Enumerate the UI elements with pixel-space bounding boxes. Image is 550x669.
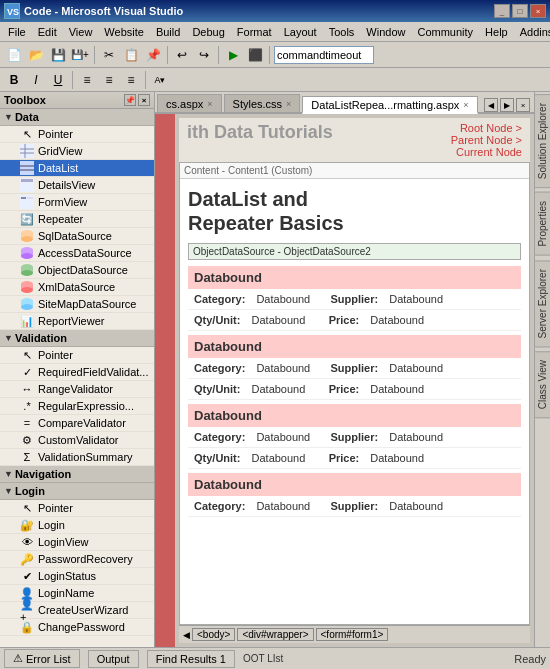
tool-formview[interactable]: FormView — [0, 194, 154, 211]
tool-accessdatasource[interactable]: AccessDataSource — [0, 245, 154, 262]
properties-tab[interactable]: Properties — [534, 192, 550, 256]
tool-validationsummary[interactable]: Σ ValidationSummary — [0, 449, 154, 466]
open-button[interactable]: 📂 — [26, 45, 46, 65]
class-view-tab[interactable]: Class View — [534, 351, 550, 418]
close-button[interactable]: × — [530, 4, 546, 18]
qty-label-2: Qty/Unit: — [194, 383, 240, 395]
server-explorer-tab[interactable]: Server Explorer — [534, 260, 550, 347]
toolbox-section-validation[interactable]: ▼ Validation — [0, 330, 154, 347]
new-file-button[interactable]: 📄 — [4, 45, 24, 65]
paste-button[interactable]: 📌 — [143, 45, 163, 65]
toolbox-section-navigation[interactable]: ▼ Navigation — [0, 466, 154, 483]
tool-detailsview[interactable]: DetailsView — [0, 177, 154, 194]
tab-datalist-label: DataListRepea...rmatting.aspx — [311, 99, 459, 111]
tool-customvalidator[interactable]: ⚙ CustomValidator — [0, 432, 154, 449]
tool-pointer-data[interactable]: ↖ Pointer — [0, 126, 154, 143]
tool-passwordrecovery[interactable]: 🔑 PasswordRecovery — [0, 551, 154, 568]
undo-button[interactable]: ↩ — [172, 45, 192, 65]
menu-build[interactable]: Build — [150, 24, 186, 40]
tool-gridview[interactable]: GridView — [0, 143, 154, 160]
tab-datalist-close[interactable]: × — [463, 100, 468, 110]
align-center-button[interactable]: ≡ — [99, 70, 119, 90]
tab-scroll-left[interactable]: ◀ — [484, 98, 498, 112]
tool-pointer-login[interactable]: ↖ Pointer — [0, 500, 154, 517]
tool-xmldatasource[interactable]: XmlDataSource — [0, 279, 154, 296]
pointer-login-icon: ↖ — [20, 501, 34, 515]
html-tag-form[interactable]: <form#form1> — [316, 628, 389, 641]
main-heading-line2: Repeater Basics — [188, 212, 344, 234]
search-input[interactable] — [274, 46, 374, 64]
tool-pointer-validation[interactable]: ↖ Pointer — [0, 347, 154, 364]
tab-styles-close[interactable]: × — [286, 99, 291, 109]
save-button[interactable]: 💾 — [48, 45, 68, 65]
tool-sitemapdatasource[interactable]: SiteMapDataSource — [0, 296, 154, 313]
forecolor-button[interactable]: A▾ — [150, 70, 170, 90]
status-left: ⚠ Error List Output Find Results 1 OOT L… — [4, 649, 283, 668]
menu-format[interactable]: Format — [231, 24, 278, 40]
menu-website[interactable]: Website — [98, 24, 150, 40]
tool-objectdatasource[interactable]: ObjectDataSource — [0, 262, 154, 279]
menu-edit[interactable]: Edit — [32, 24, 63, 40]
tool-regularexpression[interactable]: .* RegularExpressio... — [0, 398, 154, 415]
toolbox-section-login[interactable]: ▼ Login — [0, 483, 154, 500]
tool-login[interactable]: 🔐 Login — [0, 517, 154, 534]
tool-requiredfieldvalidator-label: RequiredFieldValidat... — [38, 366, 148, 378]
tab-datalist[interactable]: DataListRepea...rmatting.aspx × — [302, 96, 477, 114]
maximize-button[interactable]: □ — [512, 4, 528, 18]
html-tag-body[interactable]: <body> — [192, 628, 235, 641]
cut-button[interactable]: ✂ — [99, 45, 119, 65]
menu-file[interactable]: File — [2, 24, 32, 40]
tool-sqldatasource[interactable]: SqlDataSource — [0, 228, 154, 245]
output-tab[interactable]: Output — [88, 650, 139, 668]
tab-cs-close[interactable]: × — [207, 99, 212, 109]
tab-styles-css[interactable]: Styles.css × — [224, 94, 301, 112]
passwordrecovery-icon: 🔑 — [20, 552, 34, 566]
save-all-button[interactable]: 💾+ — [70, 45, 90, 65]
tab-scroll-right[interactable]: ▶ — [500, 98, 514, 112]
svg-point-19 — [21, 253, 33, 259]
menu-tools[interactable]: Tools — [323, 24, 361, 40]
find-results-tab[interactable]: Find Results 1 — [147, 650, 235, 668]
menu-window[interactable]: Window — [360, 24, 411, 40]
error-list-tab[interactable]: ⚠ Error List — [4, 649, 80, 668]
underline-button[interactable]: U — [48, 70, 68, 90]
toolbox-pin-button[interactable]: 📌 — [124, 94, 136, 106]
redo-button[interactable]: ↪ — [194, 45, 214, 65]
menu-community[interactable]: Community — [411, 24, 479, 40]
tool-createuserwizard[interactable]: 👤+ CreateUserWizard — [0, 602, 154, 619]
section-navigation-label: Navigation — [15, 468, 71, 480]
tool-rangevalidator[interactable]: ↔ RangeValidator — [0, 381, 154, 398]
datalist-detail-3a: Category: Databound Supplier: Databound — [188, 427, 521, 448]
bold-button[interactable]: B — [4, 70, 24, 90]
tool-comparevalidator[interactable]: = CompareValidator — [0, 415, 154, 432]
tool-loginstatus[interactable]: ✔ LoginStatus — [0, 568, 154, 585]
solution-explorer-tab[interactable]: Solution Explorer — [534, 94, 550, 188]
italic-button[interactable]: I — [26, 70, 46, 90]
stop-button[interactable]: ⬛ — [245, 45, 265, 65]
tool-datalist[interactable]: DataList — [0, 160, 154, 177]
tool-requiredfieldvalidator[interactable]: ✓ RequiredFieldValidat... — [0, 364, 154, 381]
window-controls[interactable]: _ □ × — [494, 4, 546, 18]
align-left-button[interactable]: ≡ — [77, 70, 97, 90]
menu-view[interactable]: View — [63, 24, 99, 40]
html-tags-scroll-left[interactable]: ◀ — [183, 630, 190, 640]
tool-repeater[interactable]: 🔄 Repeater — [0, 211, 154, 228]
toolbox-panel: Toolbox 📌 × ▼ Data ↖ Pointer GridView — [0, 92, 155, 647]
menu-addins[interactable]: Addins — [514, 24, 550, 40]
tab-cs-aspx[interactable]: cs.aspx × — [157, 94, 222, 112]
tool-changepassword[interactable]: 🔒 ChangePassword — [0, 619, 154, 636]
start-button[interactable]: ▶ — [223, 45, 243, 65]
tool-reportviewer[interactable]: 📊 ReportViewer — [0, 313, 154, 330]
tool-loginview[interactable]: 👁 LoginView — [0, 534, 154, 551]
toolbox-header: Toolbox 📌 × — [0, 92, 154, 109]
menu-debug[interactable]: Debug — [186, 24, 230, 40]
menu-layout[interactable]: Layout — [278, 24, 323, 40]
toolbox-close-button[interactable]: × — [138, 94, 150, 106]
toolbox-section-data[interactable]: ▼ Data — [0, 109, 154, 126]
copy-button[interactable]: 📋 — [121, 45, 141, 65]
tab-close-all[interactable]: × — [516, 98, 530, 112]
minimize-button[interactable]: _ — [494, 4, 510, 18]
html-tag-wrapper[interactable]: <div#wrapper> — [237, 628, 313, 641]
menu-help[interactable]: Help — [479, 24, 514, 40]
align-right-button[interactable]: ≡ — [121, 70, 141, 90]
